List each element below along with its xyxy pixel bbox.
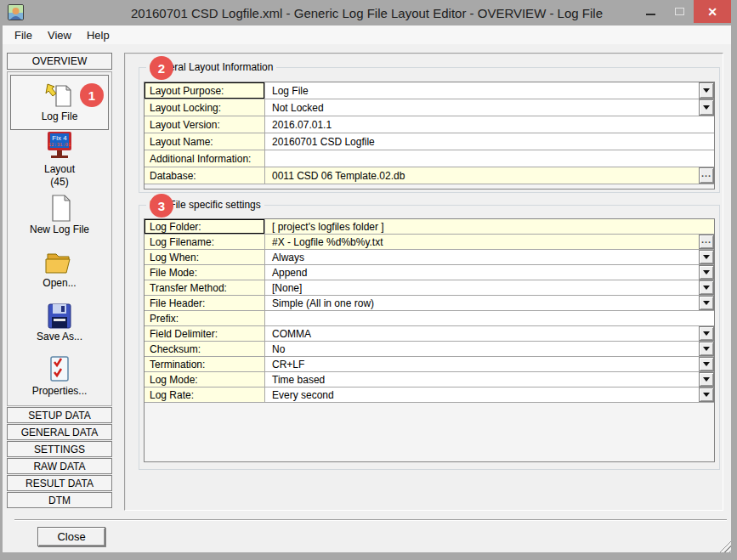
table-filler (145, 184, 714, 189)
field-value[interactable]: #X - Logfile %d%b%y.txt (265, 235, 699, 249)
field-label: Field Delimiter: (145, 326, 265, 341)
field-label: Log When: (145, 250, 265, 264)
sidebar-item-result-data[interactable]: RESULT DATA (7, 475, 112, 491)
field-value[interactable]: Simple (All in one row) (265, 296, 699, 310)
field-value[interactable]: Log File (265, 82, 699, 99)
application-window: 20160701 CSD Logfile.xml - Generic Log F… (0, 0, 737, 560)
dropdown-button[interactable] (699, 280, 714, 295)
sidebar-item-open[interactable]: Open... (10, 241, 109, 295)
field-row: Checksum:No (145, 342, 714, 357)
menu-view[interactable]: View (40, 29, 79, 42)
field-value[interactable]: COMMA (265, 326, 699, 341)
new-document-icon (44, 194, 75, 223)
sidebar-item-new-log-file[interactable]: New Log File (10, 188, 109, 241)
field-value[interactable]: Every second (265, 387, 699, 402)
sidebar-item-dtm[interactable]: DTM (7, 492, 112, 508)
field-value[interactable] (265, 311, 714, 325)
field-row: Layout Version:2016.07.01.1 (145, 116, 714, 133)
field-row: Log When:Always (145, 250, 714, 265)
sidebar-item-layout[interactable]: Fix 4 12:31:01 Layout (45) (10, 130, 109, 188)
menu-file[interactable]: File (7, 29, 40, 42)
dropdown-button[interactable] (699, 372, 714, 387)
footer-divider (14, 519, 727, 521)
chevron-down-icon (703, 377, 710, 382)
window-title: 20160701 CSD Logfile.xml - Generic Log F… (3, 6, 731, 20)
close-button[interactable]: Close (37, 527, 105, 546)
title-bar: 20160701 CSD Logfile.xml - Generic Log F… (3, 0, 731, 25)
logfile-settings-table: Log Folder:[ project's logfiles folder ]… (144, 218, 715, 462)
field-row: Termination:CR+LF (145, 357, 714, 372)
sidebar-item-setup-data[interactable]: SETUP DATA (7, 407, 112, 423)
step-badge-1: 1 (80, 83, 104, 107)
field-value[interactable]: 2016.07.01.1 (265, 116, 714, 133)
field-row: Log Folder:[ project's logfiles folder ] (145, 219, 714, 235)
field-value[interactable]: Not Locked (265, 99, 699, 116)
chevron-down-icon (703, 362, 710, 366)
dropdown-button[interactable] (699, 387, 714, 402)
field-value[interactable]: Append (265, 265, 699, 280)
field-value[interactable]: 20160701 CSD Logfile (265, 133, 714, 150)
close-window-button[interactable]: ✕ (694, 0, 731, 23)
chevron-down-icon (703, 105, 710, 110)
logfile-settings-groupbox: Log File specific settings 3 Log Folder:… (139, 205, 720, 470)
browse-button[interactable]: ... (699, 167, 714, 184)
field-label: Log Mode: (145, 372, 265, 387)
minimize-button[interactable] (636, 0, 665, 23)
field-label: File Mode: (145, 265, 265, 280)
field-value[interactable]: Time based (265, 372, 699, 387)
tool-label-count: (45) (50, 177, 68, 188)
field-value[interactable] (265, 150, 714, 167)
field-label: Termination: (145, 357, 265, 371)
main-panel: General Layout Information 2 Layout Purp… (124, 53, 723, 511)
field-label: Additional Information: (145, 150, 265, 167)
tool-label: Open... (43, 278, 76, 289)
menu-bar: File View Help (3, 25, 731, 44)
open-folder-icon (43, 249, 77, 276)
field-label: Log Filename: (145, 235, 265, 249)
dropdown-button[interactable] (699, 296, 714, 310)
field-value[interactable]: No (265, 342, 699, 356)
dropdown-button[interactable] (699, 265, 714, 280)
menu-help[interactable]: Help (79, 29, 117, 42)
dropdown-button[interactable] (699, 82, 714, 99)
field-value[interactable]: [None] (265, 280, 699, 295)
field-label: File Header: (145, 296, 265, 310)
field-row: Field Delimiter:COMMA (145, 326, 714, 342)
chevron-down-icon (703, 393, 710, 397)
sidebar-item-raw-data[interactable]: RAW DATA (7, 458, 112, 474)
sidebar-item-save-as[interactable]: Save As... (10, 296, 109, 349)
svg-text:Fix 4: Fix 4 (52, 134, 67, 142)
tool-label: Save As... (37, 331, 82, 342)
field-row: Log Filename:#X - Logfile %d%b%y.txt... (145, 235, 714, 250)
field-row: Transfer Method:[None] (145, 280, 714, 296)
sidebar-item-properties[interactable]: Properties... (10, 349, 109, 403)
field-label: Database: (145, 167, 265, 184)
field-label: Transfer Method: (145, 280, 265, 295)
resize-grip[interactable] (719, 540, 731, 552)
tool-label: Log File (42, 111, 78, 122)
sidebar-item-log-file[interactable]: Log File 1 (10, 75, 109, 130)
dropdown-button[interactable] (699, 342, 714, 356)
field-row: File Header:Simple (All in one row) (145, 296, 714, 311)
dropdown-button[interactable] (699, 357, 714, 371)
dropdown-button[interactable] (699, 326, 714, 341)
sidebar-item-general-data[interactable]: GENERAL DATA (7, 424, 112, 440)
browse-button[interactable]: ... (699, 235, 714, 249)
chevron-down-icon (703, 255, 710, 259)
tool-label: Properties... (32, 386, 88, 397)
chevron-down-icon (703, 347, 710, 351)
dropdown-button[interactable] (699, 250, 714, 264)
field-value[interactable]: Always (265, 250, 699, 264)
field-value[interactable]: [ project's logfiles folder ] (265, 219, 714, 234)
field-value[interactable]: 0011 CSD 06 Template.02.db (265, 167, 699, 184)
svg-text:12:31:01: 12:31:01 (48, 142, 71, 148)
field-value[interactable]: CR+LF (265, 357, 699, 371)
field-label: Checksum: (145, 342, 265, 356)
minimize-icon (646, 14, 655, 15)
tool-label: New Log File (30, 224, 89, 235)
dropdown-button[interactable] (699, 99, 714, 116)
maximize-button[interactable] (665, 0, 694, 23)
sidebar-item-settings[interactable]: SETTINGS (7, 441, 112, 457)
tool-label: Layout (44, 164, 75, 175)
overview-button[interactable]: OVERVIEW (7, 53, 112, 70)
